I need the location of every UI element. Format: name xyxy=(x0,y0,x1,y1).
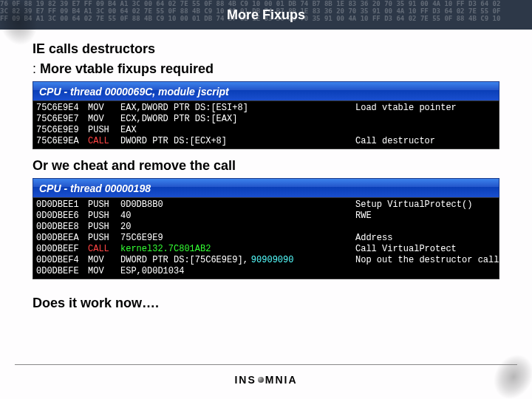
instr: MOVEAX,DWORD PTR DS:[ESI+8] xyxy=(88,103,355,114)
addr: 0D0DBEEF xyxy=(36,244,88,255)
disasm-row: 75C6E9E9PUSHEAX xyxy=(36,125,496,136)
disasm-row: 0D0DBEE6PUSH40RWE xyxy=(36,211,496,222)
brand-pre: INS xyxy=(234,374,256,386)
debugger1-body: 75C6E9E4MOVEAX,DWORD PTR DS:[ESI+8]Load … xyxy=(33,100,499,149)
addr: 0D0DBEE8 xyxy=(36,222,88,233)
operand: DWORD PTR DS:[ECX+8] xyxy=(120,136,227,147)
addr: 75C6E9EA xyxy=(36,136,88,147)
disasm-row: 75C6E9E4MOVEAX,DWORD PTR DS:[ESI+8]Load … xyxy=(36,103,496,114)
operand: EAX,DWORD PTR DS:[ESI+8] xyxy=(120,103,248,114)
addr: 75C6E9E7 xyxy=(36,114,88,125)
operand: EAX xyxy=(120,125,137,136)
comment xyxy=(355,125,496,136)
mnemonic: MOV xyxy=(88,255,117,266)
comment: Call VirtualProtect xyxy=(355,244,496,255)
disasm-row: 0D0DBEF4MOVDWORD PTR DS:[75C6E9E9],90909… xyxy=(36,255,496,266)
instr: PUSH75C6E9E9 xyxy=(88,233,355,244)
instr: PUSHEAX xyxy=(88,125,355,136)
comment xyxy=(355,222,496,233)
instr: PUSH20 xyxy=(88,222,355,233)
mnemonic: PUSH xyxy=(88,125,117,136)
mnemonic: MOV xyxy=(88,103,117,114)
comment xyxy=(355,114,496,125)
line-ie-destructors: IE calls destructors xyxy=(33,41,529,57)
comment: Setup VirtualProtect() xyxy=(355,200,496,211)
line-more-vtable: More vtable fixups required xyxy=(33,61,529,77)
disasm-row: 0D0DBEEAPUSH75C6E9E9Address xyxy=(36,233,496,244)
mnemonic: CALL xyxy=(88,244,117,255)
disasm-row: 0D0DBEE8PUSH20 xyxy=(36,222,496,233)
operand-immediate: 90909090 xyxy=(251,255,294,266)
operand: 75C6E9E9 xyxy=(120,233,163,244)
addr: 0D0DBEFE xyxy=(36,266,88,277)
addr: 75C6E9E4 xyxy=(36,103,88,114)
comment: Load vtable pointer xyxy=(355,103,496,114)
footer-brand: INSMNIA xyxy=(0,374,532,386)
line-does-it-work: Does it work now…. xyxy=(33,296,529,311)
instr: CALLDWORD PTR DS:[ECX+8] xyxy=(88,136,355,147)
debugger2-body: 0D0DBEE1PUSH0D0DB8B0Setup VirtualProtect… xyxy=(33,197,499,279)
line-cheat-remove: Or we cheat and remove the call xyxy=(33,158,529,174)
footer-divider xyxy=(15,364,517,365)
mnemonic: PUSH xyxy=(88,200,117,211)
slide-title: More Fixups xyxy=(227,7,305,23)
comment: RWE xyxy=(355,211,496,222)
operand: 0D0DB8B0 xyxy=(120,200,163,211)
debugger2-titlebar: CPU - thread 00000198 xyxy=(33,178,499,197)
operand-symbol: kernel32.7C801AB2 xyxy=(120,244,211,255)
comment xyxy=(355,266,496,277)
addr: 0D0DBEE1 xyxy=(36,200,88,211)
disasm-row: 0D0DBEE1PUSH0D0DB8B0Setup VirtualProtect… xyxy=(36,200,496,211)
mnemonic: MOV xyxy=(88,114,117,125)
addr: 75C6E9E9 xyxy=(36,125,88,136)
debugger-window-2: CPU - thread 00000198 0D0DBEE1PUSH0D0DB8… xyxy=(33,178,499,279)
operand: ECX,DWORD PTR DS:[EAX] xyxy=(120,114,237,125)
disasm-row: 0D0DBEFEMOVESP,0D0D1034 xyxy=(36,266,496,277)
instr: PUSH40 xyxy=(88,211,355,222)
addr: 0D0DBEEA xyxy=(36,233,88,244)
mnemonic: PUSH xyxy=(88,222,117,233)
instr: CALLkernel32.7C801AB2 xyxy=(88,244,355,255)
slide-content: IE calls destructors More vtable fixups … xyxy=(0,30,532,311)
brand-logo-icon xyxy=(258,377,264,383)
addr: 0D0DBEF4 xyxy=(36,255,88,266)
addr: 0D0DBEE6 xyxy=(36,211,88,222)
comment: Nop out the destructor call xyxy=(355,255,496,266)
mnemonic: MOV xyxy=(88,266,117,277)
operand: 20 xyxy=(120,222,131,233)
comment: Address xyxy=(355,233,496,244)
instr: MOVESP,0D0D1034 xyxy=(88,266,355,277)
slide-header: 76 0F 88 19 82 39 E7 FF 09 B4 A1 3C 00 6… xyxy=(0,0,532,30)
instr: MOVDWORD PTR DS:[75C6E9E9],90909090 xyxy=(88,255,355,266)
disasm-row: 0D0DBEEFCALLkernel32.7C801AB2Call Virtua… xyxy=(36,244,496,255)
debugger1-titlebar: CPU - thread 0000069C, module jscript xyxy=(33,81,499,100)
mnemonic: CALL xyxy=(88,136,117,147)
mnemonic: PUSH xyxy=(88,211,117,222)
instr: MOVECX,DWORD PTR DS:[EAX] xyxy=(88,114,355,125)
mnemonic: PUSH xyxy=(88,233,117,244)
operand: DWORD PTR DS:[75C6E9E9], xyxy=(120,255,248,266)
debugger-window-1: CPU - thread 0000069C, module jscript 75… xyxy=(33,81,499,149)
operand: ESP,0D0D1034 xyxy=(120,266,184,277)
operand: 40 xyxy=(120,211,131,222)
comment: Call destructor xyxy=(355,136,496,147)
disasm-row: 75C6E9E7MOVECX,DWORD PTR DS:[EAX] xyxy=(36,114,496,125)
instr: PUSH0D0DB8B0 xyxy=(88,200,355,211)
disasm-row: 75C6E9EACALLDWORD PTR DS:[ECX+8]Call des… xyxy=(36,136,496,147)
brand-post: MNIA xyxy=(265,374,298,386)
